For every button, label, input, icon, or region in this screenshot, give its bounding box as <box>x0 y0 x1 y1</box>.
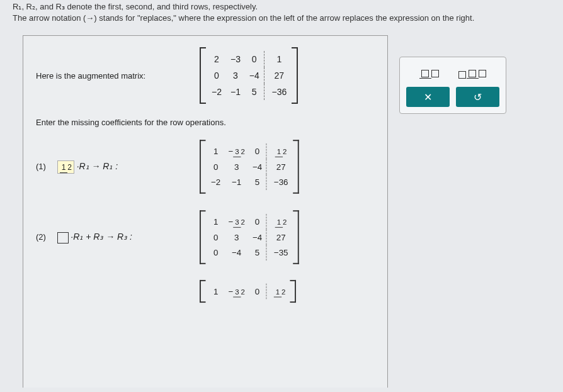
matrix-step-2: 1 −32 0 12 03−427 0−45−35 <box>200 211 299 265</box>
close-icon: ✕ <box>424 91 432 103</box>
math-toolbox: ✕ ↺ <box>399 57 506 114</box>
step-label-2: (2) <box>36 232 55 242</box>
intro-label: Here is the augmented matrix: <box>36 71 200 81</box>
augmented-matrix-initial: 2−301 03−427 −2−15−36 <box>200 47 298 104</box>
instruction-text: Enter the missing coefficients for the r… <box>36 118 375 127</box>
reset-button[interactable]: ↺ <box>456 87 499 107</box>
row-op-expr-1: ·R₁ → R₁ : <box>77 161 118 171</box>
step-label-1: (1) <box>36 162 55 171</box>
close-button[interactable]: ✕ <box>406 87 450 107</box>
coefficient-input-1[interactable]: 12 <box>57 160 74 174</box>
mixed-fraction-tool[interactable] <box>453 64 492 82</box>
header-context: R₁, R₂, and R₃ denote the first, second,… <box>0 0 563 29</box>
header-line1: R₁, R₂, and R₃ denote the first, second,… <box>13 1 550 13</box>
header-line2: The arrow notation (→) stands for "repla… <box>13 13 550 24</box>
main-panel: Here is the augmented matrix: 2−301 03−4… <box>23 35 388 388</box>
matrix-step-3-partial: 1 −32 0 12 <box>200 280 296 303</box>
reset-icon: ↺ <box>474 91 482 103</box>
row-op-expr-2: ·R₁ + R₃ → R₃ : <box>71 232 132 242</box>
matrix-step-1: 1 −32 0 12 03−427 −2−15−36 <box>200 140 299 194</box>
fraction-tool[interactable] <box>414 64 445 82</box>
coefficient-input-2[interactable] <box>57 232 69 244</box>
